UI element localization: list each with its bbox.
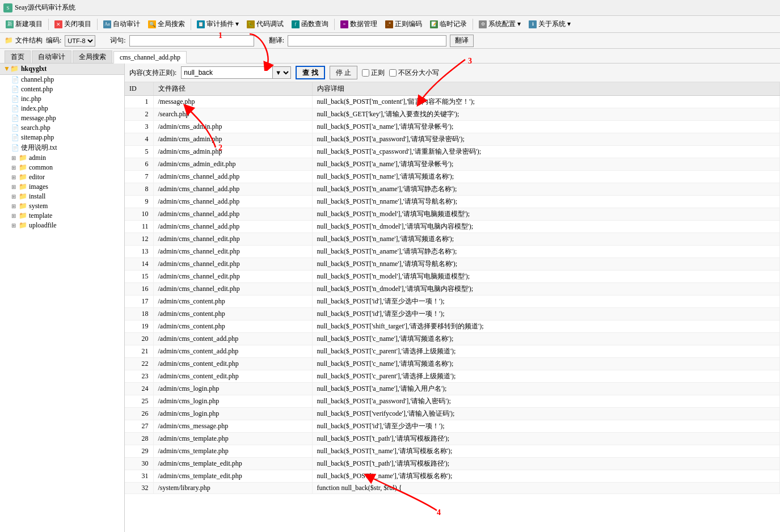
regex-encode-button[interactable]: .* 正则编码: [382, 18, 425, 30]
table-row[interactable]: 10 /admin/cms_channel_add.php null_back(…: [125, 208, 780, 221]
row-path: /admin/cms_channel_add.php: [153, 221, 312, 233]
sidebar-item-install[interactable]: ⊞ 📁 install: [0, 192, 124, 201]
content-search-input[interactable]: [182, 67, 272, 78]
table-row[interactable]: 14 /admin/cms_channel_edit.php null_back…: [125, 258, 780, 271]
sidebar-item-content[interactable]: 📄 content.php: [0, 85, 124, 94]
new-project-button[interactable]: 新 新建项目: [2, 18, 46, 30]
table-row[interactable]: 16 /admin/cms_channel_edit.php null_back…: [125, 283, 780, 295]
table-row[interactable]: 1 /message.php null_back($_POST['m_conte…: [125, 96, 780, 108]
sidebar-item-message[interactable]: 📄 message.php: [0, 113, 124, 123]
table-row[interactable]: 31 /admin/cms_template_edit.php null_bac…: [125, 470, 780, 483]
table-row[interactable]: 6 /admin/cms_admin_edit.php null_back($_…: [125, 158, 780, 171]
content-search-bar: 内容(支持正则): ▼ 查 找 停 止 正则 不区分大小写: [125, 64, 780, 82]
table-row[interactable]: 24 /admin/cms_login.php null_back($_POST…: [125, 383, 780, 395]
sidebar-item-template[interactable]: ⊞ 📁 template: [0, 211, 124, 221]
table-row[interactable]: 26 /admin/cms_login.php null_back($_POST…: [125, 408, 780, 420]
sidebar-item-sitemap[interactable]: 📄 sitemap.php: [0, 133, 124, 142]
about-sys-button[interactable]: ℹ 关于系统 ▾: [525, 18, 574, 30]
row-content: null_back($_POST['a_name'],'请填写登录帐号');: [312, 158, 780, 171]
data-manage-button[interactable]: ≡ 数据管理: [337, 18, 381, 30]
table-row[interactable]: 9 /admin/cms_channel_add.php null_back($…: [125, 196, 780, 208]
row-id: 23: [125, 370, 153, 383]
content-search-dropdown[interactable]: ▼: [272, 67, 290, 78]
stop-button[interactable]: 停 止: [330, 66, 357, 79]
table-row[interactable]: 18 /admin/cms_content.php null_back($_PO…: [125, 308, 780, 320]
table-row[interactable]: 20 /admin/cms_content_add.php null_back(…: [125, 333, 780, 345]
table-row[interactable]: 28 /admin/cms_template.php null_back($_P…: [125, 433, 780, 445]
sidebar-item-admin[interactable]: ⊞ 📁 admin: [0, 153, 124, 163]
tab-auto-audit[interactable]: 自动审计: [32, 50, 71, 63]
sidebar-item-index[interactable]: 📄 index.php: [0, 104, 124, 113]
table-row[interactable]: 22 /admin/cms_content_edit.php null_back…: [125, 358, 780, 370]
sys-config-button[interactable]: ⚙ 系统配置 ▾: [475, 18, 524, 30]
sidebar-item-system[interactable]: ⊞ 📁 system: [0, 201, 124, 211]
case-checkbox-label[interactable]: 不区分大小写: [389, 68, 439, 78]
table-row[interactable]: 17 /admin/cms_content.php null_back($_PO…: [125, 295, 780, 308]
temp-record-button[interactable]: 📝 临时记录: [427, 18, 470, 30]
table-row[interactable]: 21 /admin/cms_content_add.php null_back(…: [125, 345, 780, 358]
table-row[interactable]: 3 /admin/cms_admin.php null_back($_POST[…: [125, 121, 780, 133]
row-id: 19: [125, 320, 153, 333]
table-row[interactable]: 30 /admin/cms_template_edit.php null_bac…: [125, 458, 780, 470]
sys-config-icon: ⚙: [479, 20, 487, 28]
row-id: 21: [125, 345, 153, 358]
table-row[interactable]: 12 /admin/cms_channel_edit.php null_back…: [125, 233, 780, 246]
table-row[interactable]: 27 /admin/cms_message.php null_back($_PO…: [125, 420, 780, 433]
regex-checkbox[interactable]: [362, 69, 369, 77]
sidebar-item-readme[interactable]: 📄 使用说明.txt: [0, 142, 124, 153]
tab-cms-channel-add[interactable]: cms_channel_add.php: [113, 51, 187, 64]
sidebar-item-search[interactable]: 📄 search.php: [0, 123, 124, 133]
tab-global-search[interactable]: 全局搜索: [73, 50, 112, 63]
case-checkbox[interactable]: [389, 69, 397, 77]
word-input[interactable]: [129, 35, 254, 47]
regex-checkbox-label[interactable]: 正则: [362, 68, 385, 78]
row-id: 8: [125, 183, 153, 196]
global-search-button[interactable]: 🔍 全局搜索: [145, 18, 188, 30]
close-project-button[interactable]: ✕ 关闭项目: [51, 18, 95, 30]
table-row[interactable]: 15 /admin/cms_channel_edit.php null_back…: [125, 271, 780, 283]
row-path: /admin/cms_channel_edit.php: [153, 233, 312, 246]
sidebar-item-channel[interactable]: 📄 channel.php: [0, 75, 124, 85]
row-path: /admin/cms_content.php: [153, 320, 312, 333]
table-row[interactable]: 2 /search.php null_back($_GET['key'],'请输…: [125, 108, 780, 121]
table-row[interactable]: 5 /admin/cms_admin.php null_back($_POST[…: [125, 146, 780, 158]
table-row[interactable]: 25 /admin/cms_login.php null_back($_POST…: [125, 395, 780, 408]
folder-icon: 📁: [19, 212, 27, 220]
toolbar: 新 新建项目 ✕ 关闭项目 Aa 自动审计 🔍 全局搜索 📋 审计插件 ▾ 🐛 …: [0, 16, 780, 33]
file-icon: 📄: [11, 105, 19, 112]
table-row[interactable]: 13 /admin/cms_channel_edit.php null_back…: [125, 246, 780, 258]
table-row[interactable]: 32 /system/library.php function null_bac…: [125, 483, 780, 494]
row-id: 27: [125, 420, 153, 433]
row-content: null_back($_POST['shift_target'],'请选择要移转…: [312, 320, 780, 333]
table-row[interactable]: 11 /admin/cms_channel_add.php null_back(…: [125, 221, 780, 233]
expand-icon: ⊞: [11, 203, 16, 209]
toolbar-sep-5: [473, 19, 473, 30]
table-row[interactable]: 29 /admin/cms_template.php null_back($_P…: [125, 445, 780, 458]
row-id: 29: [125, 445, 153, 458]
sidebar-item-editor[interactable]: ⊞ 📁 editor: [0, 172, 124, 182]
col-content: 内容详细: [312, 82, 780, 96]
table-row[interactable]: 8 /admin/cms_channel_add.php null_back($…: [125, 183, 780, 196]
folder-icon: 📁: [19, 202, 27, 210]
audit-plugin-button[interactable]: 📋 审计插件 ▾: [193, 18, 242, 30]
translate-input[interactable]: [288, 35, 446, 47]
code-debug-button[interactable]: 🐛 代码调试: [243, 18, 287, 30]
table-row[interactable]: 7 /admin/cms_channel_add.php null_back($…: [125, 171, 780, 183]
row-path: /admin/cms_content_edit.php: [153, 370, 312, 383]
translate-button[interactable]: 翻译: [450, 35, 474, 47]
app-title: Seay源代码审计系统: [15, 3, 75, 12]
auto-audit-button[interactable]: Aa 自动审计: [100, 18, 144, 30]
sidebar-item-uploadfile[interactable]: ⊞ 📁 uploadfile: [0, 221, 124, 230]
find-button[interactable]: 查 找: [296, 66, 324, 79]
translate-label: 翻译:: [269, 36, 284, 45]
encoding-select[interactable]: UTF-8 GBK: [65, 35, 95, 47]
sidebar-item-images[interactable]: ⊞ 📁 images: [0, 182, 124, 192]
table-row[interactable]: 23 /admin/cms_content_edit.php null_back…: [125, 370, 780, 383]
sidebar-item-inc[interactable]: 📄 inc.php: [0, 94, 124, 104]
func-query-button[interactable]: ƒ 函数查询: [288, 18, 332, 30]
tab-home[interactable]: 首页: [5, 50, 31, 63]
sidebar-item-common[interactable]: ⊞ 📁 common: [0, 163, 124, 172]
row-content: null_back($_POST['t_name'],'请填写模板名称');: [312, 445, 780, 458]
table-row[interactable]: 4 /admin/cms_admin.php null_back($_POST[…: [125, 133, 780, 146]
table-row[interactable]: 19 /admin/cms_content.php null_back($_PO…: [125, 320, 780, 333]
